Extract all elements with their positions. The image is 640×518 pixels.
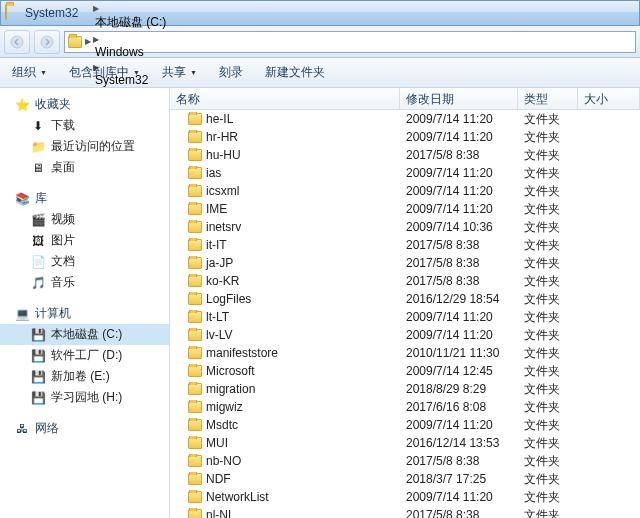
file-date: 2017/5/8 8:38 xyxy=(400,148,518,162)
sidebar-item[interactable]: 💾学习园地 (H:) xyxy=(0,387,169,408)
file-type: 文件夹 xyxy=(518,201,578,218)
sidebar-item[interactable]: 💾新加卷 (E:) xyxy=(0,366,169,387)
sidebar-item[interactable]: ⬇下载 xyxy=(0,115,169,136)
chevron-right-icon[interactable]: ▶ xyxy=(85,37,91,46)
sidebar-item[interactable]: 🎬视频 xyxy=(0,209,169,230)
item-icon: 💾 xyxy=(30,390,46,406)
table-row[interactable]: lt-LT2009/7/14 11:20文件夹 xyxy=(170,308,640,326)
table-row[interactable]: he-IL2009/7/14 11:20文件夹 xyxy=(170,110,640,128)
item-icon: 🎵 xyxy=(30,275,46,291)
file-name: Msdtc xyxy=(206,418,238,432)
table-row[interactable]: nl-NL2017/5/8 8:38文件夹 xyxy=(170,506,640,518)
breadcrumb-item[interactable]: 本地磁盘 (C:) xyxy=(93,14,168,31)
folder-icon xyxy=(188,329,202,341)
column-date[interactable]: 修改日期 xyxy=(400,88,518,109)
table-row[interactable]: NetworkList2009/7/14 11:20文件夹 xyxy=(170,488,640,506)
table-row[interactable]: hr-HR2009/7/14 11:20文件夹 xyxy=(170,128,640,146)
table-row[interactable]: hu-HU2017/5/8 8:38文件夹 xyxy=(170,146,640,164)
file-type: 文件夹 xyxy=(518,237,578,254)
table-row[interactable]: ko-KR2017/5/8 8:38文件夹 xyxy=(170,272,640,290)
file-type: 文件夹 xyxy=(518,129,578,146)
burn-button[interactable]: 刻录 xyxy=(215,62,247,83)
folder-icon xyxy=(188,185,202,197)
table-row[interactable]: migration2018/8/29 8:29文件夹 xyxy=(170,380,640,398)
table-row[interactable]: it-IT2017/5/8 8:38文件夹 xyxy=(170,236,640,254)
nav-bar: ▶ 计算机▶本地磁盘 (C:)▶Windows▶System32▶ xyxy=(0,26,640,58)
file-name: lt-LT xyxy=(206,310,229,324)
table-row[interactable]: IME2009/7/14 11:20文件夹 xyxy=(170,200,640,218)
svg-point-1 xyxy=(41,36,53,48)
table-row[interactable]: migwiz2017/6/16 8:08文件夹 xyxy=(170,398,640,416)
column-type[interactable]: 类型 xyxy=(518,88,578,109)
file-date: 2009/7/14 10:36 xyxy=(400,220,518,234)
share-button[interactable]: 共享▼ xyxy=(158,62,201,83)
include-library-button[interactable]: 包含到库中▼ xyxy=(65,62,144,83)
file-date: 2016/12/14 13:53 xyxy=(400,436,518,450)
table-row[interactable]: LogFiles2016/12/29 18:54文件夹 xyxy=(170,290,640,308)
table-row[interactable]: icsxml2009/7/14 11:20文件夹 xyxy=(170,182,640,200)
svg-point-0 xyxy=(11,36,23,48)
column-size[interactable]: 大小 xyxy=(578,88,640,109)
file-name: ias xyxy=(206,166,221,180)
table-row[interactable]: ja-JP2017/5/8 8:38文件夹 xyxy=(170,254,640,272)
sidebar-item[interactable]: 🖥桌面 xyxy=(0,157,169,178)
folder-icon xyxy=(188,113,202,125)
folder-icon xyxy=(188,383,202,395)
file-date: 2009/7/14 12:45 xyxy=(400,364,518,378)
chevron-right-icon[interactable]: ▶ xyxy=(93,4,99,13)
table-row[interactable]: lv-LV2009/7/14 11:20文件夹 xyxy=(170,326,640,344)
table-row[interactable]: MUI2016/12/14 13:53文件夹 xyxy=(170,434,640,452)
folder-icon xyxy=(188,203,202,215)
file-name: manifeststore xyxy=(206,346,278,360)
file-type: 文件夹 xyxy=(518,507,578,519)
computer-icon: 💻 xyxy=(14,306,30,322)
sidebar-item[interactable]: 📄文档 xyxy=(0,251,169,272)
item-icon: 📁 xyxy=(30,139,46,155)
table-row[interactable]: Microsoft2009/7/14 12:45文件夹 xyxy=(170,362,640,380)
file-date: 2017/5/8 8:38 xyxy=(400,238,518,252)
chevron-right-icon[interactable]: ▶ xyxy=(93,35,99,44)
breadcrumb-item[interactable]: Windows xyxy=(93,45,168,59)
sidebar-network-header[interactable]: 🖧网络 xyxy=(0,418,169,439)
item-icon: 💾 xyxy=(30,348,46,364)
file-name: hr-HR xyxy=(206,130,238,144)
organize-button[interactable]: 组织▼ xyxy=(8,62,51,83)
file-date: 2009/7/14 11:20 xyxy=(400,310,518,324)
sidebar-libraries-header[interactable]: 📚库 xyxy=(0,188,169,209)
file-type: 文件夹 xyxy=(518,273,578,290)
file-type: 文件夹 xyxy=(518,111,578,128)
sidebar-item[interactable]: 💾本地磁盘 (C:) xyxy=(0,324,169,345)
file-list[interactable]: he-IL2009/7/14 11:20文件夹hr-HR2009/7/14 11… xyxy=(170,110,640,518)
new-folder-button[interactable]: 新建文件夹 xyxy=(261,62,329,83)
table-row[interactable]: Msdtc2009/7/14 11:20文件夹 xyxy=(170,416,640,434)
chevron-down-icon: ▼ xyxy=(40,69,47,76)
table-row[interactable]: ias2009/7/14 11:20文件夹 xyxy=(170,164,640,182)
forward-button[interactable] xyxy=(34,30,60,54)
sidebar-item[interactable]: 💾软件工厂 (D:) xyxy=(0,345,169,366)
item-icon: 💾 xyxy=(30,369,46,385)
file-pane: 名称 修改日期 类型 大小 he-IL2009/7/14 11:20文件夹hr-… xyxy=(170,88,640,518)
sidebar-item[interactable]: 📁最近访问的位置 xyxy=(0,136,169,157)
table-row[interactable]: NDF2018/3/7 17:25文件夹 xyxy=(170,470,640,488)
sidebar-item[interactable]: 🖼图片 xyxy=(0,230,169,251)
back-button[interactable] xyxy=(4,30,30,54)
file-name: NDF xyxy=(206,472,231,486)
file-name: he-IL xyxy=(206,112,233,126)
sidebar-item-label: 下载 xyxy=(51,117,75,134)
sidebar-item-label: 新加卷 (E:) xyxy=(51,368,110,385)
sidebar-item[interactable]: 🎵音乐 xyxy=(0,272,169,293)
table-row[interactable]: inetsrv2009/7/14 10:36文件夹 xyxy=(170,218,640,236)
file-name: Microsoft xyxy=(206,364,255,378)
sidebar-computer-header[interactable]: 💻计算机 xyxy=(0,303,169,324)
file-type: 文件夹 xyxy=(518,183,578,200)
file-date: 2009/7/14 11:20 xyxy=(400,490,518,504)
sidebar-favorites-header[interactable]: ⭐收藏夹 xyxy=(0,94,169,115)
table-row[interactable]: manifeststore2010/11/21 11:30文件夹 xyxy=(170,344,640,362)
file-date: 2016/12/29 18:54 xyxy=(400,292,518,306)
file-name: MUI xyxy=(206,436,228,450)
column-name[interactable]: 名称 xyxy=(170,88,400,109)
table-row[interactable]: nb-NO2017/5/8 8:38文件夹 xyxy=(170,452,640,470)
chevron-down-icon: ▼ xyxy=(190,69,197,76)
sidebar-item-label: 视频 xyxy=(51,211,75,228)
address-bar[interactable]: ▶ 计算机▶本地磁盘 (C:)▶Windows▶System32▶ xyxy=(64,31,636,53)
